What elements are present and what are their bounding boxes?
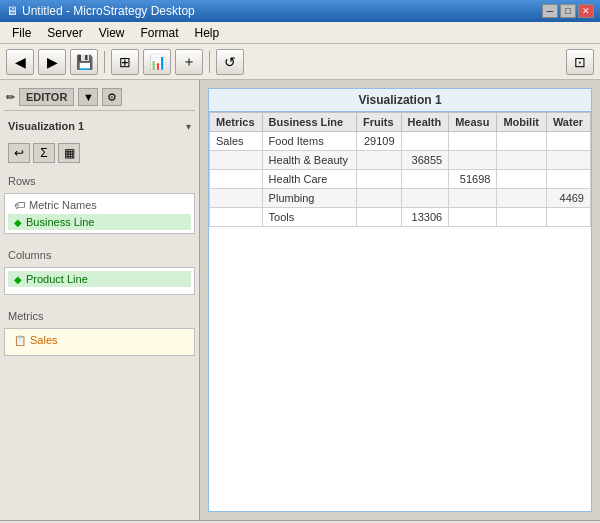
grid-button[interactable]: ⊡ [566, 49, 594, 75]
table-cell [546, 132, 590, 151]
sigma-icon-btn[interactable]: Σ [33, 143, 55, 163]
grid-small-icon-btn[interactable]: ▦ [58, 143, 80, 163]
menu-view[interactable]: View [91, 24, 133, 42]
table-cell [497, 189, 546, 208]
refresh-button[interactable]: ↺ [216, 49, 244, 75]
col-mobilit: Mobilit [497, 113, 546, 132]
chart-button[interactable]: 📊 [143, 49, 171, 75]
col-metrics: Metrics [210, 113, 263, 132]
table-cell [497, 151, 546, 170]
rows-drop-zone[interactable]: 🏷 Metric Names ◆ Business Line [4, 193, 195, 234]
table-cell [449, 208, 497, 227]
table-cell: 4469 [546, 189, 590, 208]
menu-server[interactable]: Server [39, 24, 90, 42]
data-table: Metrics Business Line Fruits Health Meas… [209, 112, 591, 227]
table-cell [357, 151, 402, 170]
table-cell: Sales [210, 132, 263, 151]
col-health: Health [401, 113, 449, 132]
table-row: SalesFood Items29109 [210, 132, 591, 151]
viz-dropdown-arrow[interactable]: ▾ [186, 121, 191, 132]
table-cell: Health & Beauty [262, 151, 356, 170]
undo-icon-btn[interactable]: ↩ [8, 143, 30, 163]
window-controls: ─ □ ✕ [542, 4, 594, 18]
table-cell [546, 170, 590, 189]
save-button[interactable]: 💾 [70, 49, 98, 75]
viz-toolbar: ↩ Σ ▦ [4, 141, 195, 165]
header-row: Metrics Business Line Fruits Health Meas… [210, 113, 591, 132]
spacer-1 [4, 237, 195, 247]
col-business-line: Business Line [262, 113, 356, 132]
back-button[interactable]: ◀ [6, 49, 34, 75]
title-bar: 🖥 Untitled - MicroStrategy Desktop ─ □ ✕ [0, 0, 600, 22]
spacer-2 [4, 298, 195, 308]
menu-bar: File Server View Format Help [0, 22, 600, 44]
viz-selector: Visualization 1 ▾ [4, 117, 195, 135]
metric-names-label: Metric Names [29, 199, 97, 211]
viz-name-label: Visualization 1 [8, 120, 84, 132]
metrics-section-label: Metrics [4, 308, 195, 324]
table-cell: 29109 [357, 132, 402, 151]
menu-help[interactable]: Help [187, 24, 228, 42]
columns-section-label: Columns [4, 247, 195, 263]
table-cell [546, 208, 590, 227]
menu-file[interactable]: File [4, 24, 39, 42]
table-header: Metrics Business Line Fruits Health Meas… [210, 113, 591, 132]
toolbar-separator-2 [209, 51, 210, 73]
table-cell [497, 208, 546, 227]
add-button[interactable]: ＋ [175, 49, 203, 75]
toolbar: ◀ ▶ 💾 ⊞ 📊 ＋ ↺ ⊡ [0, 44, 600, 80]
window-title: Untitled - MicroStrategy Desktop [22, 4, 195, 18]
diamond-green-icon: ◆ [14, 217, 22, 228]
close-button[interactable]: ✕ [578, 4, 594, 18]
metric-names-chip: 🏷 Metric Names [8, 197, 191, 213]
table-cell [210, 170, 263, 189]
table-cell [449, 132, 497, 151]
data-button[interactable]: ⊞ [111, 49, 139, 75]
table-cell [497, 132, 546, 151]
columns-drop-zone[interactable]: ◆ Product Line [4, 267, 195, 295]
table-cell [357, 189, 402, 208]
table-cell: 51698 [449, 170, 497, 189]
filter-icon-btn[interactable]: ▼ [78, 88, 98, 106]
table-body: SalesFood Items29109Health & Beauty36855… [210, 132, 591, 227]
tag-icon: 🏷 [14, 199, 25, 211]
table-row: Tools13306 [210, 208, 591, 227]
col-fruits: Fruits [357, 113, 402, 132]
table-cell [357, 208, 402, 227]
table-cell [449, 151, 497, 170]
col-water: Water [546, 113, 590, 132]
sales-label: Sales [30, 334, 58, 346]
table-cell: 13306 [401, 208, 449, 227]
table-cell: Food Items [262, 132, 356, 151]
table-row: Health Care51698 [210, 170, 591, 189]
panel-header: ✏ EDITOR ▼ ⚙ [4, 84, 195, 111]
table-cell: Plumbing [262, 189, 356, 208]
pencil-icon: ✏ [6, 91, 15, 104]
table-cell [210, 189, 263, 208]
app-icon: 🖥 [6, 4, 18, 18]
editor-tab[interactable]: EDITOR [19, 88, 74, 106]
table-cell [497, 170, 546, 189]
table-row: Plumbing4469 [210, 189, 591, 208]
table-cell [210, 151, 263, 170]
table-row: Health & Beauty36855 [210, 151, 591, 170]
table-cell [357, 170, 402, 189]
table-cell: 36855 [401, 151, 449, 170]
minimize-button[interactable]: ─ [542, 4, 558, 18]
settings-icon-btn[interactable]: ⚙ [102, 88, 122, 106]
right-panel: Visualization 1 Metrics Business Line Fr… [200, 80, 600, 520]
product-line-chip: ◆ Product Line [8, 271, 191, 287]
sales-chip: 📋 Sales [8, 332, 191, 348]
table-cell [449, 189, 497, 208]
forward-button[interactable]: ▶ [38, 49, 66, 75]
product-line-label: Product Line [26, 273, 88, 285]
metrics-drop-zone[interactable]: 📋 Sales [4, 328, 195, 356]
visualization-container: Visualization 1 Metrics Business Line Fr… [208, 88, 592, 512]
maximize-button[interactable]: □ [560, 4, 576, 18]
visualization-title: Visualization 1 [209, 89, 591, 112]
table-cell [401, 189, 449, 208]
visualization-table-container[interactable]: Metrics Business Line Fruits Health Meas… [209, 112, 591, 511]
left-panel: ✏ EDITOR ▼ ⚙ Visualization 1 ▾ ↩ Σ ▦ Row… [0, 80, 200, 520]
rows-section-label: Rows [4, 173, 195, 189]
menu-format[interactable]: Format [132, 24, 186, 42]
